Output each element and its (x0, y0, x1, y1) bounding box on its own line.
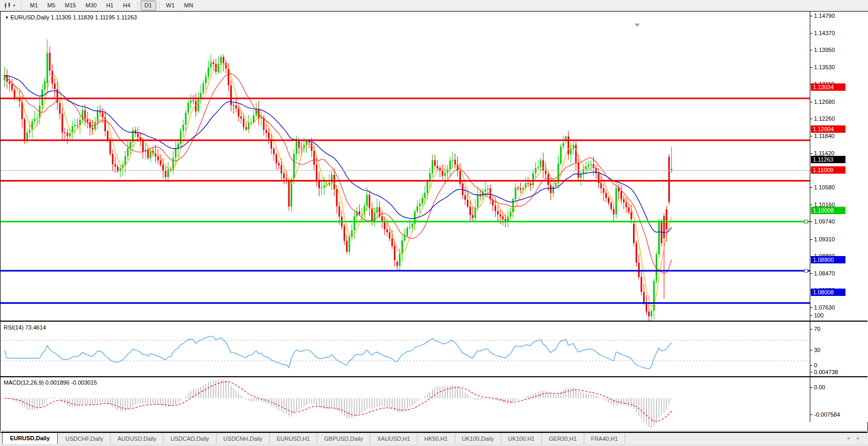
timeframe-button-m30[interactable]: M30 (81, 1, 101, 10)
price-tick-label: 1.09310 (810, 236, 835, 242)
timeframe-button-h4[interactable]: H4 (119, 1, 134, 10)
chart-tab-hk50-h1[interactable]: HK50,H1 (417, 433, 455, 444)
chart-tab-usdcad-daily[interactable]: USDCAD,Daily (164, 433, 217, 444)
price-line-label: 1.11263 (811, 156, 845, 163)
price-line-label: 1.08008 (811, 289, 845, 296)
rsi-tick-label: 30 (810, 347, 820, 353)
price-tick-label: 1.11840 (810, 133, 834, 139)
price-line-label: 1.10008 (811, 207, 845, 214)
chart-window: ▼ EURUSD,Daily 1.11305 1.11839 1.11195 1… (0, 11, 868, 431)
chart-tab-usdchf-daily[interactable]: USDCHF,Daily (59, 433, 111, 444)
timeframe-toolbar: M1M5M15M30H1H4D1W1MN (25, 1, 198, 10)
macd-tick-label: -0.007584 (810, 411, 840, 418)
pane-splitter (1, 432, 867, 433)
price-line-label: 1.08800 (811, 256, 845, 263)
status-strip (0, 444, 868, 446)
chart-tab-uk100-h1[interactable]: UK100,H1 (501, 433, 542, 444)
chart-tab-uk100-daily[interactable]: UK100,Daily (455, 433, 501, 444)
chart-symbol: EURUSD,Daily (10, 14, 49, 20)
tab-scroll-right-icon[interactable]: ► (856, 436, 861, 441)
macd-tick-label: 0.004738 (810, 369, 838, 375)
price-tick-label: 1.13950 (810, 47, 835, 53)
chart-tab-xauusd-h1[interactable]: XAUUSD,H1 (370, 433, 417, 444)
price-tick-label: 1.12260 (810, 115, 835, 122)
macd-tick-label: 0.00 (810, 384, 825, 390)
price-axis: 1.147901.143701.139501.135301.131101.126… (810, 12, 868, 422)
price-tick-label: 1.10580 (810, 184, 835, 190)
price-tick-label: 1.14370 (810, 30, 835, 36)
line-drag-handle[interactable] (805, 269, 808, 272)
rsi-label: RSI(14) 73.4614 (4, 324, 46, 331)
mini-candles-icon (4, 2, 12, 9)
chart-tab-eurusd-h1[interactable]: EURUSD,H1 (270, 433, 317, 444)
chart-tab-audusd-daily[interactable]: AUDUSD,Daily (111, 433, 164, 444)
chart-quotes: 1.11305 1.11839 1.11195 1.11263 (51, 14, 137, 20)
price-line-label: 1.13034 (811, 83, 845, 91)
timeframe-button-d1[interactable]: D1 (141, 1, 156, 10)
rsi-tick-label: 100 (810, 312, 823, 318)
rsi-tick-label: 70 (810, 326, 820, 332)
timeframe-button-m1[interactable]: M1 (26, 1, 42, 10)
timeframe-button-h1[interactable]: H1 (102, 1, 117, 10)
price-tick-label: 1.08470 (810, 270, 835, 277)
tabs-holder: EURUSD,DailyUSDCHF,DailyAUDUSD,DailyUSDC… (0, 432, 625, 444)
chart-tab-usdcnh-daily[interactable]: USDCNH,Daily (217, 433, 270, 444)
timeframe-button-mn[interactable]: MN (180, 1, 197, 10)
chart-tab-gbpusd-daily[interactable]: GBPUSD,Daily (317, 433, 370, 444)
chart-title: ▼ EURUSD,Daily 1.11305 1.11839 1.11195 1… (5, 14, 137, 20)
chart-tab-fra40-h1[interactable]: FRA40,H1 (584, 433, 625, 444)
price-line-label: 1.11009 (811, 166, 845, 174)
chart-tab-eurusd-daily[interactable]: EURUSD,Daily (2, 432, 58, 444)
mt4-window: ▾ M1M5M15M30H1H4D1W1MN ▼ EURUSD,Daily 1.… (0, 0, 868, 446)
chart-type-icon[interactable]: ▾ (3, 2, 17, 9)
toolbar-grip[interactable] (21, 2, 22, 9)
dropdown-caret-icon[interactable]: ▾ (13, 3, 15, 8)
toolbar-separator (137, 2, 138, 9)
price-tick-label: 1.09740 (810, 218, 835, 225)
toolbar: ▾ M1M5M15M30H1H4D1W1MN (0, 0, 868, 12)
line-drag-handle[interactable] (805, 220, 808, 223)
rsi-tick-label: 0 (810, 362, 817, 368)
symbol-dropdown-icon[interactable]: ▼ (5, 15, 9, 20)
timeframe-button-m5[interactable]: M5 (43, 1, 59, 10)
chart-tab-ger30-h1[interactable]: GER30,H1 (542, 433, 584, 444)
tab-scroll-left-icon[interactable]: ◄ (846, 436, 851, 441)
price-tick-label: 1.14790 (810, 13, 835, 19)
price-tick-label: 1.11420 (810, 150, 834, 156)
price-tick-label: 1.13530 (810, 64, 835, 70)
pane-splitter[interactable] (1, 376, 867, 377)
macd-label: MACD(12,26,9) 0.001896 -0.003015 (4, 379, 97, 386)
timeframe-button-w1[interactable]: W1 (162, 1, 179, 10)
pane-splitter[interactable] (1, 321, 867, 322)
price-line-label: 1.12004 (811, 125, 845, 133)
timeframe-button-m15[interactable]: M15 (61, 1, 80, 10)
toolbar-separator (159, 2, 159, 9)
tab-scroll-arrows: ◄ ► (844, 436, 863, 441)
chart-canvas[interactable] (1, 12, 810, 433)
price-tick-label: 1.12680 (810, 99, 835, 105)
price-tick-label: 1.07630 (810, 304, 835, 311)
